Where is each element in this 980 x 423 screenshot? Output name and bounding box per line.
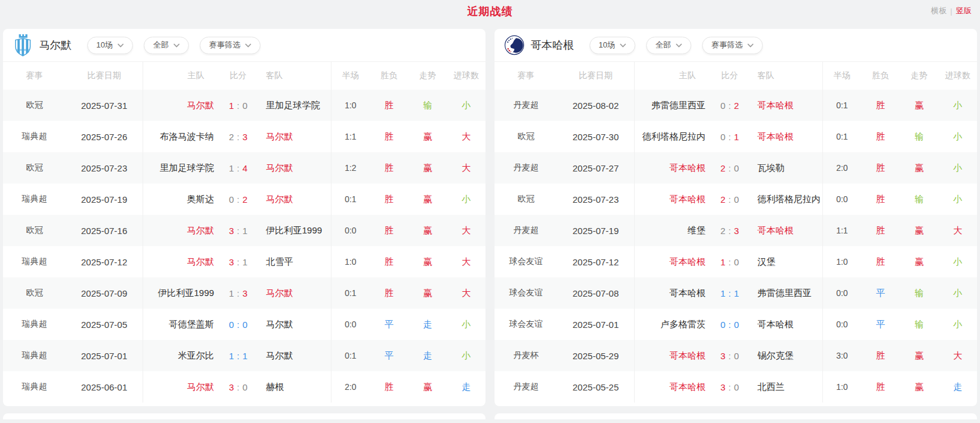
- home-team-name[interactable]: 卢多格雷茨: [661, 319, 706, 329]
- home-team-cell: 伊比利亚1999: [143, 277, 218, 309]
- league-cell: 丹麦超: [495, 152, 557, 184]
- away-team-name[interactable]: 马尔默: [266, 350, 293, 360]
- result-cell: 平: [369, 340, 408, 371]
- score-cell: 3:1: [218, 246, 259, 277]
- home-team-name[interactable]: 哥本哈根: [670, 288, 706, 298]
- away-team-name[interactable]: 哥本哈根: [757, 131, 794, 141]
- event-filter-label: 赛事筛选: [711, 40, 742, 51]
- home-team-name[interactable]: 布洛马波卡纳: [160, 131, 214, 141]
- vertical-view-link[interactable]: 竖版: [956, 5, 972, 16]
- match-count-filter[interactable]: 10场: [590, 37, 635, 54]
- home-team-name[interactable]: 哥本哈根: [670, 194, 706, 204]
- home-team-name[interactable]: 哥本哈根: [670, 162, 706, 173]
- event-filter[interactable]: 赛事筛选: [200, 37, 260, 54]
- away-score: 0: [242, 320, 247, 330]
- col-header-away: 客队: [750, 62, 822, 90]
- result-text: 胜: [384, 131, 393, 141]
- goals-text: 小: [953, 319, 962, 329]
- home-score: 1: [721, 257, 726, 267]
- away-score: 0: [734, 351, 739, 361]
- away-team-name[interactable]: 里加足球学院: [266, 100, 320, 110]
- away-team-cell: 哥本哈根: [750, 309, 822, 340]
- horizontal-view-link[interactable]: 横板: [931, 5, 947, 16]
- away-team-name[interactable]: 弗雷德里西亚: [757, 288, 812, 298]
- home-team-name[interactable]: 米亚尔比: [178, 350, 214, 360]
- half-score-cell: 3:0: [822, 340, 861, 371]
- home-team-cell: 马尔默: [143, 246, 218, 277]
- home-team-name[interactable]: 德利塔格尼拉内: [643, 131, 706, 141]
- away-team-cell: 哥本哈根: [750, 121, 822, 152]
- score-cell: 3:0: [709, 340, 750, 371]
- col-header-score: 比分: [709, 62, 750, 90]
- away-team-name[interactable]: 哥本哈根: [757, 100, 794, 110]
- trend-text: 赢: [914, 350, 923, 360]
- score-colon: :: [237, 320, 239, 330]
- home-team-name[interactable]: 马尔默: [187, 256, 214, 267]
- away-team-name[interactable]: 马尔默: [266, 131, 293, 141]
- home-team-name[interactable]: 哥德堡盖斯: [169, 319, 214, 329]
- home-team-name[interactable]: 弗雷德里西亚: [652, 100, 706, 110]
- home-team-name[interactable]: 马尔默: [187, 381, 214, 392]
- goals-text: 大: [953, 350, 962, 360]
- date-cell: 2025-07-08: [557, 277, 634, 309]
- table-header-row: 赛事 比赛日期 主队 比分 客队 半场 胜负 走势 进球数: [3, 62, 485, 90]
- view-toggle: 横板 | 竖版: [931, 5, 972, 16]
- result-text: 胜: [384, 162, 393, 173]
- date-cell: 2025-07-01: [557, 309, 634, 340]
- league-cell: 欧冠: [3, 277, 66, 309]
- away-team-name[interactable]: 哥本哈根: [757, 225, 794, 235]
- home-team-cell: 哥本哈根: [635, 371, 709, 403]
- score-colon: :: [729, 194, 731, 205]
- away-team-name[interactable]: 锡尔克堡: [757, 350, 794, 360]
- goals-cell: 小: [447, 309, 485, 340]
- trend-cell: 输: [900, 184, 938, 215]
- away-team-name[interactable]: 马尔默: [266, 162, 293, 173]
- trend-text: 赢: [914, 162, 923, 173]
- home-team-name[interactable]: 哥本哈根: [670, 350, 706, 360]
- result-cell: 胜: [861, 184, 899, 215]
- away-team-name[interactable]: 瓦埃勒: [757, 162, 784, 173]
- trend-cell: 赢: [408, 371, 447, 403]
- score-colon: :: [237, 100, 239, 111]
- goals-text: 小: [953, 131, 962, 141]
- home-team-name[interactable]: 奥斯达: [187, 194, 214, 204]
- event-filter[interactable]: 赛事筛选: [702, 37, 763, 54]
- home-team-name[interactable]: 马尔默: [187, 100, 214, 110]
- goals-cell: 走: [447, 371, 485, 403]
- home-team-name[interactable]: 伊比利亚1999: [158, 288, 214, 298]
- result-cell: 胜: [861, 152, 899, 184]
- score-cell: 3:1: [218, 215, 259, 246]
- result-cell: 平: [369, 309, 408, 340]
- result-cell: 胜: [861, 90, 899, 121]
- trend-text: 赢: [423, 225, 432, 235]
- away-team-name[interactable]: 伊比利亚1999: [266, 225, 322, 235]
- away-team-name[interactable]: 赫根: [266, 381, 284, 392]
- away-team-name[interactable]: 汉堡: [757, 256, 775, 267]
- match-row: 瑞典超2025-06-01马尔默3:0赫根2:0胜赢走: [3, 371, 485, 403]
- away-team-name[interactable]: 北雪平: [266, 256, 293, 267]
- home-team-name[interactable]: 马尔默: [187, 225, 214, 235]
- home-score: 1: [229, 100, 234, 111]
- scope-filter[interactable]: 全部: [144, 37, 189, 54]
- trend-cell: 赢: [408, 152, 447, 184]
- away-team-cell: 赫根: [259, 371, 331, 403]
- away-team-name[interactable]: 北西兰: [757, 381, 784, 392]
- away-team-name[interactable]: 哥本哈根: [757, 319, 794, 329]
- scope-filter[interactable]: 全部: [646, 37, 691, 54]
- away-team-name[interactable]: 德利塔格尼拉内: [757, 194, 821, 204]
- home-team-name[interactable]: 里加足球学院: [160, 162, 214, 173]
- col-header-trend: 走势: [408, 62, 447, 90]
- trend-text: 输: [914, 288, 923, 298]
- top-bar: 近期战绩 横板 | 竖版: [0, 0, 980, 23]
- goals-text: 小: [953, 288, 962, 298]
- home-team-name[interactable]: 哥本哈根: [670, 381, 706, 392]
- half-score-cell: 0:1: [822, 121, 861, 152]
- match-count-filter[interactable]: 10场: [87, 37, 133, 54]
- away-team-name[interactable]: 马尔默: [266, 288, 293, 298]
- away-team-name[interactable]: 马尔默: [266, 194, 293, 204]
- home-team-name[interactable]: 维堡: [688, 225, 706, 235]
- col-header-date: 比赛日期: [557, 62, 634, 90]
- home-team-name[interactable]: 哥本哈根: [670, 256, 706, 267]
- goals-text: 走: [461, 381, 470, 392]
- away-team-name[interactable]: 马尔默: [266, 319, 293, 329]
